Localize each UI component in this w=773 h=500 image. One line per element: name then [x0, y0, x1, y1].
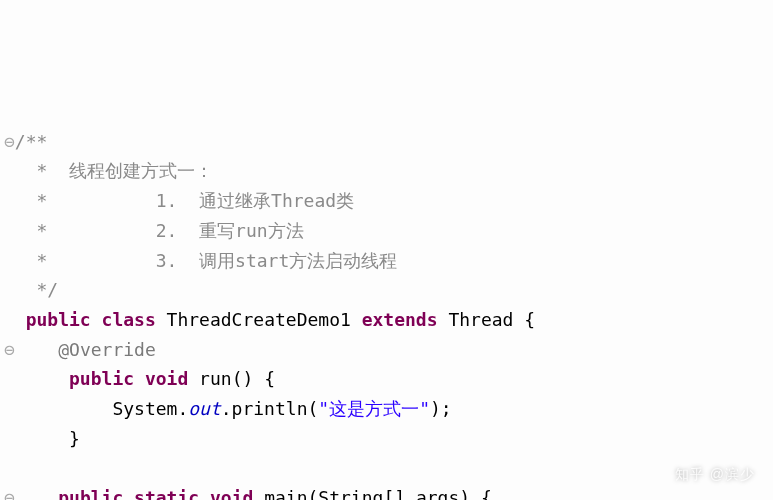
keyword-void: void — [145, 368, 188, 389]
string-literal: "这是方式一" — [318, 398, 430, 419]
bracket: ] — [394, 487, 405, 500]
javadoc-line-2: * 1. 通过继承Thread类 — [26, 190, 354, 211]
keyword-static: static — [134, 487, 199, 500]
annotation-override: @Override — [58, 339, 156, 360]
javadoc-open: /** — [15, 131, 48, 152]
code-block: ⊖/** * 线程创建方式一： * 1. 通过继承Thread类 * 2. 重写… — [4, 127, 769, 500]
paren: ( — [307, 398, 318, 419]
javadoc-line-3: * 2. 重写run方法 — [26, 220, 304, 241]
paren: ) — [242, 368, 253, 389]
gutter-fold-icon: ⊖ — [4, 487, 15, 500]
brace: } — [69, 428, 80, 449]
super-class: Thread — [448, 309, 513, 330]
keyword-extends: extends — [362, 309, 438, 330]
paren: ) — [459, 487, 470, 500]
param-name: args — [416, 487, 459, 500]
method-main: main — [264, 487, 307, 500]
println-method: println — [232, 398, 308, 419]
dot: . — [221, 398, 232, 419]
paren: ( — [232, 368, 243, 389]
keyword-class: class — [102, 309, 156, 330]
javadoc-line-1: * 线程创建方式一： — [26, 160, 213, 181]
keyword-void: void — [210, 487, 253, 500]
brace: { — [264, 368, 275, 389]
param-type: String — [318, 487, 383, 500]
keyword-public: public — [26, 309, 91, 330]
out-field: out — [188, 398, 221, 419]
gutter-fold-icon: ⊖ — [4, 131, 15, 152]
keyword-public: public — [58, 487, 123, 500]
javadoc-line-4: * 3. 调用start方法启动线程 — [26, 250, 398, 271]
keyword-public: public — [69, 368, 134, 389]
paren: ) — [430, 398, 441, 419]
gutter-fold-icon: ⊖ — [4, 339, 15, 360]
method-run: run — [199, 368, 232, 389]
semi: ; — [441, 398, 452, 419]
system-class: System — [112, 398, 177, 419]
bracket: [ — [383, 487, 394, 500]
paren: ( — [308, 487, 319, 500]
brace: { — [481, 487, 492, 500]
brace: { — [524, 309, 535, 330]
javadoc-close: */ — [26, 279, 59, 300]
class-name: ThreadCreateDemo1 — [167, 309, 351, 330]
dot: . — [177, 398, 188, 419]
watermark-text: 知乎 @滨少 — [675, 463, 755, 486]
